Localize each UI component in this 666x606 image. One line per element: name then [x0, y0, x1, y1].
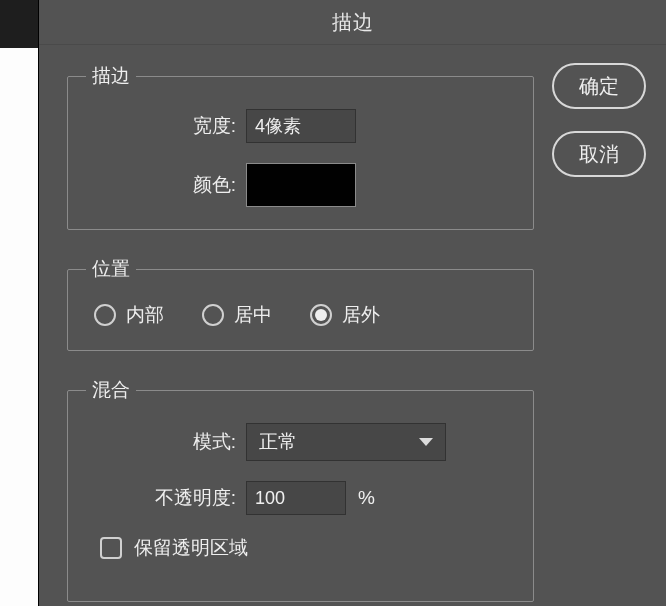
width-label: 宽度: — [86, 113, 246, 139]
radio-icon — [202, 304, 224, 326]
color-label: 颜色: — [86, 172, 246, 198]
blend-legend: 混合 — [86, 377, 136, 403]
checkbox-icon — [100, 537, 122, 559]
stroke-legend: 描边 — [86, 63, 136, 89]
opacity-input[interactable] — [246, 481, 346, 515]
canvas-edge — [0, 48, 38, 606]
opacity-label: 不透明度: — [86, 485, 246, 511]
cancel-button[interactable]: 取消 — [552, 131, 646, 177]
dialog-title: 描边 — [39, 0, 666, 45]
position-radio-1[interactable]: 居中 — [202, 302, 272, 328]
radio-icon — [94, 304, 116, 326]
position-radio-0[interactable]: 内部 — [94, 302, 164, 328]
mode-select[interactable]: 正常 — [246, 423, 446, 461]
preserve-transparency-checkbox[interactable]: 保留透明区域 — [86, 535, 515, 561]
opacity-unit: % — [358, 487, 375, 509]
stroke-dialog: 描边 描边 宽度: 颜色: 位置 内部居中居外 — [38, 0, 666, 606]
ok-button[interactable]: 确定 — [552, 63, 646, 109]
stroke-fieldset: 描边 宽度: 颜色: — [67, 63, 534, 230]
color-swatch[interactable] — [246, 163, 356, 207]
chevron-down-icon — [419, 438, 433, 446]
mode-label: 模式: — [86, 429, 246, 455]
app-background-stub — [0, 0, 38, 48]
mode-value: 正常 — [259, 429, 297, 455]
position-legend: 位置 — [86, 256, 136, 282]
blend-fieldset: 混合 模式: 正常 不透明度: % 保留透明区域 — [67, 377, 534, 602]
radio-label: 居外 — [342, 302, 380, 328]
position-radio-2[interactable]: 居外 — [310, 302, 380, 328]
preserve-transparency-label: 保留透明区域 — [134, 535, 248, 561]
position-fieldset: 位置 内部居中居外 — [67, 256, 534, 351]
width-input[interactable] — [246, 109, 356, 143]
radio-icon — [310, 304, 332, 326]
radio-label: 居中 — [234, 302, 272, 328]
radio-label: 内部 — [126, 302, 164, 328]
